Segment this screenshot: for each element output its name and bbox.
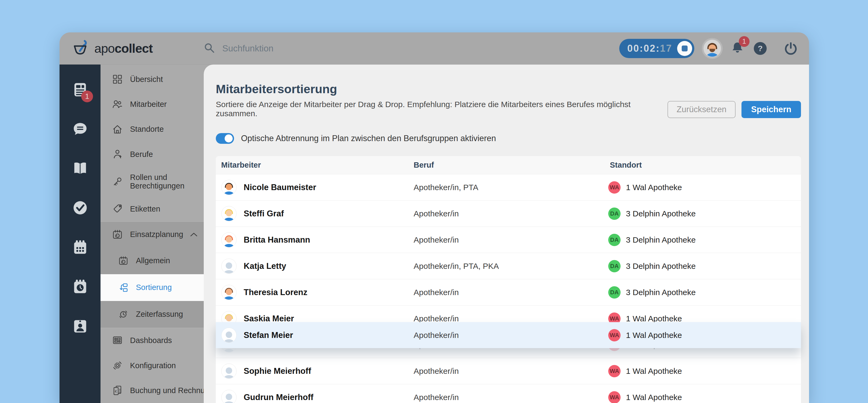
site-badge: DA [608, 286, 621, 299]
group-separation-toggle[interactable] [216, 133, 234, 144]
table-row[interactable]: Britta Hansmann Apotheker/in DA3 Delphin… [216, 227, 801, 253]
notification-badge: 1 [739, 36, 749, 47]
rail-item-chat[interactable] [60, 109, 100, 148]
save-button[interactable]: Speichern [741, 101, 801, 118]
rail-item-handbook[interactable] [60, 148, 100, 188]
site-badge: WA [608, 181, 621, 194]
time-tracker-pill[interactable]: 00:02:17 [619, 39, 694, 58]
employee-name: Sophie Meierhoff [244, 366, 311, 376]
user-avatar[interactable] [704, 40, 721, 57]
toggle-knob [225, 134, 233, 142]
sidebar-item-einsatzplanung[interactable]: Einsatzplanung [100, 222, 204, 247]
mortar-pestle-icon [71, 40, 90, 57]
table-row[interactable]: Sophie Meierhoff Apotheker/in WA1 Wal Ap… [216, 358, 801, 384]
pharmacist-icon [111, 149, 124, 160]
table-row[interactable]: Katja Letty Apotheker/in, PTA, PKA DA3 D… [216, 253, 801, 279]
sort-icon [117, 282, 129, 293]
employee-name: Stefan Meier [244, 330, 293, 340]
sidebar-item-dashboards[interactable]: Dashboards [100, 328, 204, 353]
sidebar-item-sortierung[interactable]: Sortierung [100, 274, 204, 301]
rail-item-calendar[interactable] [60, 227, 100, 267]
site-badge: DA [608, 207, 621, 220]
avatar [221, 363, 237, 379]
site-name: 1 Wal Apotheke [626, 393, 682, 402]
search-icon [204, 42, 215, 55]
chat-icon [72, 121, 88, 137]
logout-button[interactable] [784, 41, 798, 56]
book-icon [72, 161, 88, 176]
page-subtitle: Sortiere die Anzeige der Mitarbeiter per… [216, 100, 668, 118]
calendar-sync-icon [111, 229, 124, 240]
site-name: 3 Delphin Apotheke [626, 288, 695, 297]
tag-icon [111, 203, 124, 214]
avatar [221, 180, 237, 195]
employee-beruf: Apotheker/in, PTA, PKA [408, 262, 604, 271]
sidebar-item-rollen[interactable]: Rollen und Berechtigungen [100, 167, 204, 196]
avatar [221, 284, 237, 300]
sidebar-item-berufe[interactable]: Berufe [100, 142, 204, 167]
page-title: Mitarbeitersortierung [216, 82, 668, 96]
employee-beruf: Apotheker/in [408, 209, 604, 218]
grid-icon [111, 74, 124, 85]
site-badge: WA [608, 391, 621, 403]
timer-stop-button[interactable] [677, 41, 692, 56]
house-icon [111, 124, 124, 135]
rail-item-time-calendar[interactable] [60, 267, 100, 306]
site-name: 1 Wal Apotheke [626, 331, 682, 340]
table-row[interactable]: Gudrun Meierhoff Apotheker/in WA1 Wal Ap… [216, 384, 801, 403]
dragged-row[interactable]: Stefan Meier Apotheker/in WA1 Wal Apothe… [216, 322, 801, 348]
rail-item-news[interactable]: 1 [60, 70, 100, 109]
site-name: 3 Delphin Apotheke [626, 262, 695, 271]
rail-item-contacts[interactable] [60, 306, 100, 345]
gear-sync-icon [111, 360, 124, 371]
table-row[interactable]: Nicole Baumeister Apotheker/in, PTA WA1 … [216, 174, 801, 200]
employee-name: Gudrun Meierhoff [244, 393, 313, 402]
site-name: 1 Wal Apotheke [626, 314, 682, 323]
employee-name: Britta Hansmann [244, 235, 310, 245]
table-row[interactable]: Theresia Lorenz Apotheker/in DA3 Delphin… [216, 279, 801, 305]
avatar [221, 390, 237, 403]
employee-beruf: Apotheker/in, PTA [408, 183, 604, 192]
site-name: 3 Delphin Apotheke [626, 235, 695, 244]
employee-name: Theresia Lorenz [244, 288, 307, 297]
check-circle-icon [72, 200, 88, 216]
site-badge: WA [608, 329, 621, 341]
reset-button[interactable]: Zurücksetzen [668, 101, 736, 118]
site-name: 1 Wal Apotheke [626, 183, 682, 192]
sidebar-item-buchung[interactable]: € Buchung und Rechnung [100, 378, 204, 403]
sidebar-item-mitarbeiter[interactable]: Mitarbeiter [100, 92, 204, 116]
employee-name: Katja Letty [244, 261, 286, 271]
sidebar-menu: Übersicht Mitarbeiter Standorte Berufe R… [100, 65, 204, 403]
global-search[interactable]: Suchfunktion [204, 42, 273, 55]
site-badge: DA [608, 260, 621, 272]
column-header-standort: Standort [604, 161, 801, 169]
table-header: Mitarbeiter Beruf Standort [216, 156, 801, 174]
svg-text:€: € [115, 389, 117, 393]
site-name: 3 Delphin Apotheke [626, 209, 695, 218]
avatar [221, 232, 237, 248]
toggle-label: Optische Abtrennung im Plan zwischen den… [241, 134, 496, 143]
search-placeholder: Suchfunktion [222, 43, 273, 54]
app-logo[interactable]: apocollect [71, 40, 153, 57]
employee-beruf: Apotheker/in [408, 393, 604, 402]
sidebar-item-uebersicht[interactable]: Übersicht [100, 67, 204, 92]
help-button[interactable]: ? [754, 42, 767, 55]
site-badge: WA [608, 365, 621, 377]
calendar-icon [72, 239, 88, 255]
sidebar-item-zeiterfassung[interactable]: Zeiterfassung [100, 301, 204, 328]
rail-item-tasks[interactable] [60, 188, 100, 227]
employee-beruf: Apotheker/in [408, 288, 604, 297]
sidebar-item-standorte[interactable]: Standorte [100, 117, 204, 142]
sidebar-item-etiketten[interactable]: Etiketten [100, 196, 204, 221]
employee-beruf: Apotheker/in [408, 367, 604, 376]
sidebar-item-allgemein[interactable]: Allgemein [100, 247, 204, 274]
sidebar-group-einsatzplanung: Einsatzplanung Allgemein Sortierung Zeit… [100, 222, 204, 328]
news-badge: 1 [81, 91, 93, 102]
notifications-button[interactable]: 1 [730, 40, 745, 57]
contact-card-icon [72, 318, 88, 334]
column-header-beruf: Beruf [408, 161, 604, 169]
sidebar-item-konfiguration[interactable]: Konfiguration [100, 353, 204, 378]
calendar-clock-icon [72, 278, 88, 295]
table-row[interactable]: Steffi Graf Apotheker/in DA3 Delphin Apo… [216, 200, 801, 227]
employee-beruf: Apotheker/in [408, 235, 604, 244]
